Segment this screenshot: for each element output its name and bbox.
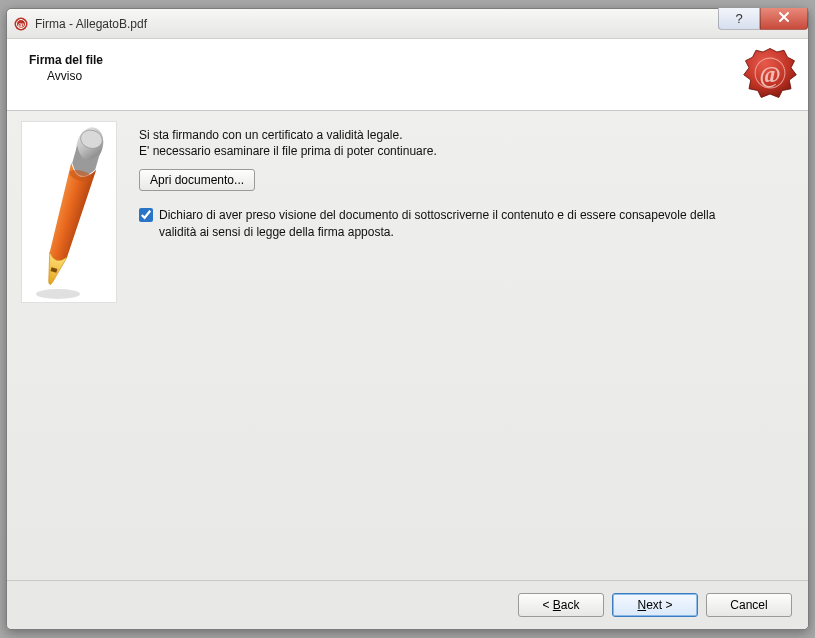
cancel-button[interactable]: Cancel <box>706 593 792 617</box>
open-document-button[interactable]: Apri documento... <box>139 169 255 191</box>
help-button[interactable]: ? <box>718 8 760 30</box>
back-button[interactable]: < Back <box>518 593 604 617</box>
wizard-header: Firma del file Avviso @ <box>7 39 808 111</box>
svg-point-9 <box>36 289 80 299</box>
caption-buttons: ? <box>718 8 808 30</box>
window-title: Firma - AllegatoB.pdf <box>35 17 147 31</box>
svg-text:@: @ <box>759 62 780 88</box>
info-line-1: Si sta firmando con un certificato a val… <box>139 127 790 143</box>
page-subtitle: Avviso <box>29 69 786 83</box>
titlebar: @ Firma - AllegatoB.pdf ? <box>7 9 808 39</box>
close-icon <box>778 11 790 26</box>
close-button[interactable] <box>760 8 808 30</box>
page-title: Firma del file <box>29 53 786 67</box>
consent-label[interactable]: Dichiaro di aver preso visione del docum… <box>159 207 719 239</box>
main-text: Si sta firmando con un certificato a val… <box>139 121 790 570</box>
consent-checkbox[interactable] <box>139 208 153 222</box>
consent-row: Dichiaro di aver preso visione del docum… <box>139 207 790 239</box>
info-line-2: E' necessario esaminare il file prima di… <box>139 143 790 159</box>
svg-text:@: @ <box>18 20 25 28</box>
orange-pen-icon <box>24 124 114 305</box>
dialog-window: @ Firma - AllegatoB.pdf ? Firma del file… <box>6 8 809 630</box>
pen-image-panel <box>21 121 117 303</box>
app-seal-icon: @ <box>13 16 29 32</box>
wax-seal-icon: @ <box>742 45 798 101</box>
content-area: Si sta firmando con un certificato a val… <box>7 111 808 580</box>
wizard-footer: < Back Next > Cancel <box>7 580 808 629</box>
help-icon: ? <box>735 11 742 26</box>
next-button[interactable]: Next > <box>612 593 698 617</box>
